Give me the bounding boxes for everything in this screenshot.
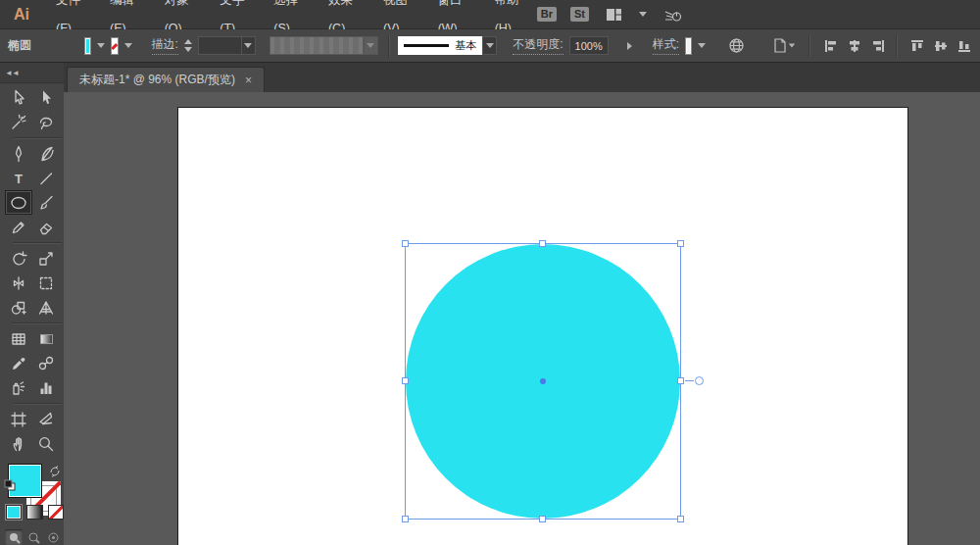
align-horizontal-group (823, 38, 886, 54)
menu-bar: Ai 文件(F) 编辑(E) 对象(O) 文字(T) 选择(S) 效果(C) 视… (0, 0, 980, 29)
mesh-tool[interactable] (5, 326, 32, 351)
fill-color-swatch[interactable] (84, 37, 91, 55)
align-vertical-center-icon[interactable] (933, 38, 949, 54)
publish-globe-icon[interactable] (725, 37, 748, 54)
ellipse-tool[interactable] (5, 190, 32, 215)
stroke-chevron-icon[interactable] (124, 37, 132, 55)
align-left-icon[interactable] (823, 38, 839, 54)
fill-chevron-icon[interactable] (97, 37, 105, 55)
align-right-icon[interactable] (870, 38, 886, 54)
document-tab-bar: 未标题-1* @ 96% (RGB/预览) × (64, 63, 980, 92)
perspective-grid-tool[interactable] (32, 295, 60, 320)
width-profile-preview (270, 36, 364, 55)
handle-bottom-center[interactable] (539, 516, 546, 522)
draw-normal-icon[interactable] (5, 529, 23, 545)
workspace-switcher-icon[interactable] (603, 8, 625, 22)
gradient-button[interactable] (26, 505, 42, 520)
blend-tool[interactable] (32, 351, 60, 375)
handle-top-right[interactable] (677, 240, 684, 247)
direct-selection-tool[interactable] (32, 85, 60, 110)
paintbrush-tool[interactable] (32, 190, 60, 215)
canvas[interactable] (64, 92, 980, 545)
swap-fill-stroke-icon[interactable] (49, 464, 61, 481)
curvature-tool[interactable] (32, 141, 60, 166)
gradient-tool[interactable] (32, 326, 60, 351)
draw-inside-icon[interactable] (44, 529, 62, 545)
stroke-weight-label[interactable]: 描边: (152, 36, 178, 55)
variable-width-profile-combo (270, 36, 378, 55)
brush-definition-combo[interactable]: 基本 (398, 36, 497, 55)
app-logo: Ai (14, 6, 29, 24)
svg-text:T: T (15, 172, 23, 186)
document-tab[interactable]: 未标题-1* @ 96% (RGB/预览) × (67, 67, 265, 92)
opacity-label[interactable]: 不透明度: (513, 36, 563, 55)
selection-bounding-box (405, 243, 681, 520)
line-segment-tool[interactable] (32, 166, 60, 190)
stroke-weight-input[interactable] (198, 36, 241, 55)
center-point[interactable] (540, 378, 546, 384)
eyedropper-tool[interactable] (5, 351, 32, 375)
brush-definition-preview[interactable]: 基本 (398, 36, 482, 55)
pen-tool[interactable] (5, 141, 32, 166)
document-setup-chevron-icon[interactable] (789, 44, 795, 48)
align-horizontal-center-icon[interactable] (847, 38, 862, 54)
handle-middle-right[interactable] (677, 377, 684, 384)
column-graph-tool[interactable] (32, 375, 60, 400)
width-tool[interactable] (5, 271, 32, 295)
handle-top-left[interactable] (402, 240, 409, 247)
draw-behind-icon[interactable] (24, 529, 42, 545)
none-button[interactable] (48, 505, 64, 520)
free-transform-tool[interactable] (32, 271, 60, 295)
stock-button[interactable]: St (570, 7, 589, 22)
stroke-weight-combo[interactable] (198, 36, 256, 55)
hand-tool[interactable] (5, 431, 32, 456)
align-vertical-group (909, 38, 972, 54)
cs-live-icon[interactable] (661, 7, 686, 23)
default-fill-stroke-icon[interactable] (4, 477, 16, 495)
drawing-mode-buttons (5, 529, 64, 545)
active-tool-label: 椭圆 (8, 37, 31, 54)
zoom-tool[interactable] (32, 431, 60, 456)
rotate-tool[interactable] (5, 246, 32, 271)
lasso-tool[interactable] (32, 110, 60, 134)
tools-panel-header: ◄◄ (0, 63, 64, 83)
handle-top-center[interactable] (539, 240, 546, 247)
expand-panel-chevron-icon[interactable] (624, 42, 635, 50)
divider (13, 137, 62, 138)
slice-tool[interactable] (32, 407, 60, 431)
magic-wand-tool[interactable] (5, 110, 32, 134)
handle-bottom-left[interactable] (402, 516, 409, 522)
close-tab-icon[interactable]: × (245, 74, 252, 87)
selection-tool[interactable] (5, 85, 32, 110)
handle-middle-left[interactable] (402, 377, 409, 384)
scale-tool[interactable] (32, 246, 60, 271)
opacity-input[interactable]: 100% (569, 36, 609, 55)
align-top-icon[interactable] (909, 38, 925, 54)
artboard-tool[interactable] (5, 407, 32, 431)
chevron-down-icon[interactable] (639, 12, 647, 17)
eraser-tool[interactable] (32, 215, 60, 239)
style-chevron-icon[interactable] (698, 37, 706, 55)
type-tool[interactable]: T (5, 166, 32, 190)
align-bottom-icon[interactable] (956, 38, 972, 54)
brush-name: 基本 (455, 38, 476, 53)
stroke-color-swatch[interactable] (111, 37, 118, 55)
stroke-weight-chevron-icon[interactable] (241, 36, 256, 55)
handle-bottom-right[interactable] (677, 516, 684, 522)
color-mode-buttons (6, 505, 64, 520)
shape-builder-tool[interactable] (5, 295, 32, 320)
pencil-tool[interactable] (5, 215, 32, 239)
style-label[interactable]: 样式: (653, 36, 679, 55)
color-button[interactable] (6, 505, 22, 520)
illustrator-window: Ai 文件(F) 编辑(E) 对象(O) 文字(T) 选择(S) 效果(C) 视… (0, 0, 980, 545)
document-setup-icon[interactable] (769, 37, 799, 54)
symbol-sprayer-tool[interactable] (5, 375, 32, 400)
style-swatch[interactable] (685, 37, 692, 55)
bridge-button[interactable]: Br (537, 7, 557, 22)
collapse-panel-icon[interactable]: ◄◄ (5, 69, 19, 77)
document-title: 未标题-1* @ 96% (RGB/预览) (79, 72, 235, 88)
brush-chevron-icon[interactable] (482, 36, 497, 55)
stroke-weight-stepper[interactable] (184, 39, 192, 52)
side-widget-line (685, 380, 694, 381)
side-widget-handle[interactable] (695, 376, 704, 385)
